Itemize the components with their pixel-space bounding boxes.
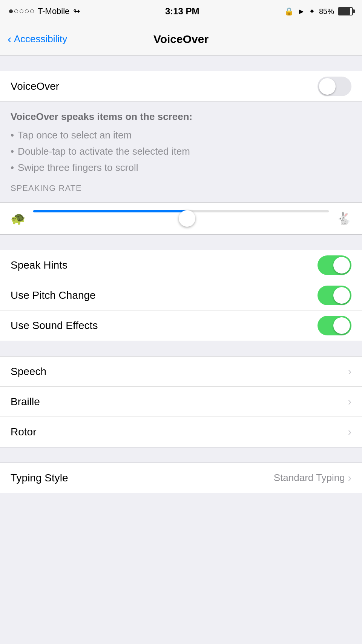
mid-spacer (0, 235, 362, 250)
lock-icon: 🔒 (284, 7, 294, 16)
typing-style-label: Typing Style (11, 472, 68, 484)
typing-style-right: Standard Typing › (274, 472, 351, 484)
slow-speed-icon: 🐢 (11, 211, 26, 226)
battery-percent: 85% (319, 7, 334, 16)
slider-track-fill (33, 210, 187, 212)
speak-hints-row: Speak Hints (0, 250, 362, 280)
fast-speed-icon: 🐇 (336, 211, 351, 226)
speaking-rate-label: SPEAKING RATE (11, 183, 351, 193)
signal-dot-3 (20, 9, 23, 13)
speech-label: Speech (11, 366, 46, 378)
back-chevron-icon: ‹ (8, 33, 12, 45)
signal-dots (9, 9, 34, 13)
signal-dot-1 (9, 9, 13, 13)
rotor-row[interactable]: Rotor › (0, 417, 362, 447)
typing-style-value: Standard Typing (274, 472, 345, 484)
voiceover-section: VoiceOver (0, 71, 362, 102)
battery-icon (338, 7, 353, 15)
voiceover-label: VoiceOver (11, 80, 59, 92)
use-sound-effects-toggle[interactable] (318, 316, 351, 335)
use-pitch-change-row: Use Pitch Change (0, 280, 362, 310)
back-button[interactable]: ‹ Accessibility (8, 33, 67, 45)
speaking-rate-slider-track[interactable] (33, 210, 329, 227)
wifi-icon: ↬ (73, 6, 80, 16)
bluetooth-icon: ✦ (309, 7, 315, 16)
use-pitch-change-toggle-knob (333, 287, 350, 304)
speak-hints-toggle[interactable] (318, 255, 351, 275)
description-list: Tap once to select an item Double-tap to… (11, 127, 351, 176)
use-pitch-change-toggle[interactable] (318, 286, 351, 305)
description-title: VoiceOver speaks items on the screen: (11, 111, 351, 123)
speech-chevron-icon: › (348, 366, 351, 378)
signal-dot-2 (14, 9, 18, 13)
slider-section: 🐢 🐇 (0, 203, 362, 235)
page-title: VoiceOver (153, 33, 209, 46)
typing-style-row[interactable]: Typing Style Standard Typing › (0, 463, 362, 493)
nav-top-spacer (0, 341, 362, 356)
braille-label: Braille (11, 396, 40, 408)
description-bullet-2: Double-tap to activate the selected item (11, 143, 351, 160)
status-left: T-Mobile ↬ (9, 6, 80, 16)
status-right: 🔒 ► ✦ 85% (284, 7, 353, 16)
slider-knob[interactable] (179, 210, 195, 227)
use-sound-effects-row: Use Sound Effects (0, 310, 362, 341)
signal-dot-4 (25, 9, 29, 13)
typing-style-chevron-icon: › (348, 472, 351, 484)
braille-row[interactable]: Braille › (0, 387, 362, 417)
braille-chevron-icon: › (348, 396, 351, 408)
rotor-chevron-icon: › (348, 426, 351, 438)
use-pitch-change-label: Use Pitch Change (11, 289, 96, 301)
speak-hints-toggle-knob (333, 257, 350, 274)
signal-dot-5 (30, 9, 34, 13)
speech-row[interactable]: Speech › (0, 357, 362, 387)
status-time: 3:13 PM (165, 6, 199, 17)
carrier-label: T-Mobile (38, 6, 69, 16)
back-label: Accessibility (14, 33, 67, 45)
use-sound-effects-label: Use Sound Effects (11, 320, 98, 332)
nav-bar: ‹ Accessibility VoiceOver (0, 23, 362, 56)
description-box: VoiceOver speaks items on the screen: Ta… (0, 102, 362, 203)
location-icon: ► (298, 7, 305, 16)
nav-links-section: Speech › Braille › Rotor › (0, 356, 362, 447)
description-bullet-1: Tap once to select an item (11, 127, 351, 143)
typing-top-spacer (0, 447, 362, 463)
audio-settings-section: Speak Hints Use Pitch Change Use Sound E… (0, 250, 362, 341)
top-spacer (0, 56, 362, 71)
voiceover-toggle[interactable] (318, 77, 351, 96)
description-bullet-3: Swipe three fingers to scroll (11, 160, 351, 176)
voiceover-row: VoiceOver (0, 71, 362, 101)
status-bar: T-Mobile ↬ 3:13 PM 🔒 ► ✦ 85% (0, 0, 362, 23)
voiceover-toggle-knob (319, 78, 336, 95)
use-sound-effects-toggle-knob (333, 317, 350, 334)
rotor-label: Rotor (11, 426, 36, 438)
speak-hints-label: Speak Hints (11, 259, 67, 271)
